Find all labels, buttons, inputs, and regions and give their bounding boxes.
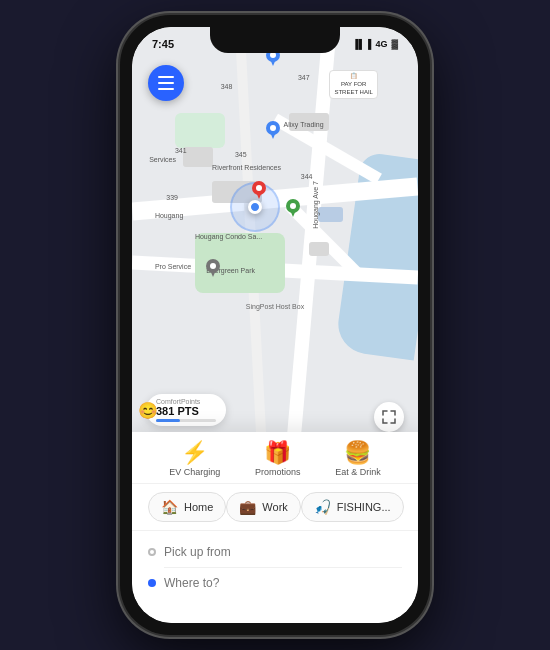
building-block-4 <box>309 242 329 256</box>
svg-marker-1 <box>270 59 276 66</box>
svg-marker-10 <box>290 210 296 217</box>
building-block-1 <box>183 147 213 167</box>
menu-button[interactable] <box>148 65 184 101</box>
category-promotions-label: Promotions <box>255 467 301 477</box>
status-time: 7:45 <box>152 38 174 50</box>
svg-marker-13 <box>210 270 216 277</box>
pickup-input[interactable] <box>164 545 402 559</box>
map-label-services: Services <box>149 156 176 163</box>
favorite-fishing[interactable]: 🎣 FISHING... <box>301 492 404 522</box>
phone-frame: 7:45 ▐▌▐ 4G ▓ <box>120 15 430 635</box>
expand-icon <box>382 410 396 424</box>
favorite-work[interactable]: 💼 Work <box>226 492 300 522</box>
fav-home-label: Home <box>184 501 213 513</box>
svg-marker-7 <box>256 192 262 199</box>
category-ev-charging[interactable]: ⚡ EV Charging <box>169 442 220 477</box>
categories-row: ⚡ EV Charging 🎁 Promotions 🍔 Eat & Drink <box>132 432 418 484</box>
work-icon: 💼 <box>239 499 256 515</box>
destination-input[interactable] <box>164 576 402 590</box>
category-eat-label: Eat & Drink <box>335 467 381 477</box>
favorite-home[interactable]: 🏠 Home <box>148 492 226 522</box>
street-sign-icon: 📋 <box>334 73 373 81</box>
menu-line-1 <box>158 76 174 78</box>
street-hail-sign: 📋 PAY FOR STREET HAIL <box>329 70 378 99</box>
ev-charging-icon: ⚡ <box>181 442 208 464</box>
svg-marker-4 <box>270 132 276 139</box>
signal-bars-icon: ▐▌▐ <box>352 39 371 49</box>
svg-point-5 <box>270 125 276 131</box>
map-pin-gray <box>206 259 220 281</box>
search-section <box>132 531 418 604</box>
fav-fishing-label: FISHING... <box>337 501 391 513</box>
destination-row <box>148 570 402 596</box>
pickup-dot-icon <box>148 548 156 556</box>
svg-point-14 <box>210 263 216 269</box>
comfort-points-badge: 😊 ComfortPoints 381 PTS <box>146 394 226 426</box>
building-block-2 <box>289 113 329 131</box>
status-icons: ▐▌▐ 4G ▓ <box>352 39 398 49</box>
home-icon: 🏠 <box>161 499 178 515</box>
category-eat-drink[interactable]: 🍔 Eat & Drink <box>335 442 381 477</box>
destination-dot-icon <box>148 579 156 587</box>
phone-notch <box>210 27 340 53</box>
network-type: 4G <box>375 39 387 49</box>
singpost-label: SingPost Host Box <box>246 303 304 310</box>
eat-drink-icon: 🍔 <box>344 442 371 464</box>
comfort-bar-fill <box>156 419 180 422</box>
map-pin-green <box>286 199 300 221</box>
favorites-row: 🏠 Home 💼 Work 🎣 FISHING... <box>132 484 418 531</box>
comfort-label: ComfortPoints <box>156 398 200 405</box>
comfort-progress-bar <box>156 419 216 422</box>
building-block-blue <box>318 207 343 222</box>
bottom-panel: ⚡ EV Charging 🎁 Promotions 🍔 Eat & Drink… <box>132 432 418 623</box>
menu-line-2 <box>158 82 174 84</box>
park-small <box>175 113 225 148</box>
map-pin-2 <box>266 121 280 143</box>
fishing-icon: 🎣 <box>314 499 331 515</box>
map-pin-red <box>252 181 266 203</box>
map-label-348: 348 <box>221 83 233 90</box>
comfort-smiley-icon: 😊 <box>138 401 158 420</box>
pickup-row <box>148 539 402 565</box>
svg-point-11 <box>290 203 296 209</box>
promotions-icon: 🎁 <box>264 442 291 464</box>
comfort-value: 381 PTS <box>156 405 199 417</box>
category-ev-label: EV Charging <box>169 467 220 477</box>
map-label-347: 347 <box>298 74 310 81</box>
phone-screen: 7:45 ▐▌▐ 4G ▓ <box>132 27 418 623</box>
svg-point-8 <box>256 185 262 191</box>
category-promotions[interactable]: 🎁 Promotions <box>255 442 301 477</box>
fav-work-label: Work <box>262 501 287 513</box>
menu-line-3 <box>158 88 174 90</box>
battery-icon: ▓ <box>391 39 398 49</box>
search-divider <box>164 567 402 568</box>
